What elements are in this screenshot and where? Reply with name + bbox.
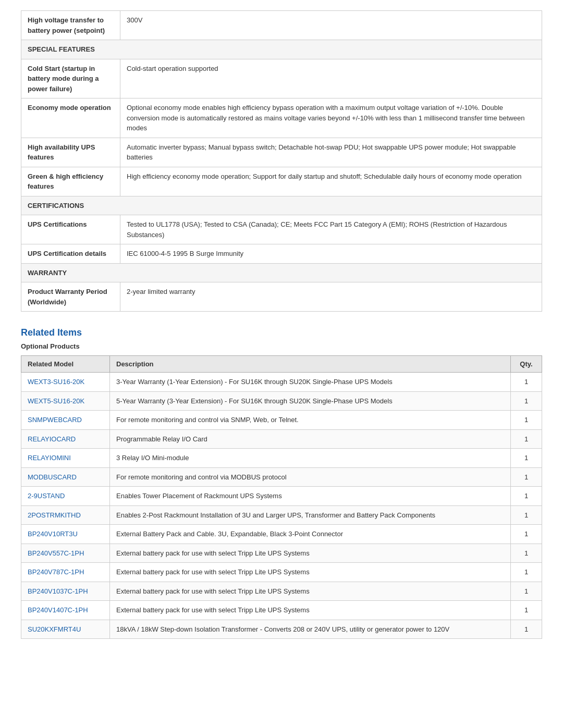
specs-row: UPS Certification detailsIEC 61000-4-5 1… xyxy=(21,244,542,264)
specs-value: Optional economy mode enables high effic… xyxy=(120,98,542,138)
col-header-model: Related Model xyxy=(21,356,110,373)
specs-row: High voltage transfer to battery power (… xyxy=(21,11,542,40)
model-link[interactable]: BP240V10RT3U xyxy=(28,530,78,538)
related-item-row: MODBUSCARDFor remote monitoring and cont… xyxy=(21,467,542,487)
related-items-section: Related Items Optional Products Related … xyxy=(21,327,542,639)
specs-table: High voltage transfer to battery power (… xyxy=(21,10,542,312)
related-description: Enables 2-Post Rackmount Installation of… xyxy=(110,505,511,525)
related-qty: 1 xyxy=(511,544,542,563)
specs-label: High availability UPS features xyxy=(21,138,120,167)
model-link[interactable]: BP240V1407C-1PH xyxy=(28,606,88,614)
model-link[interactable]: SU20KXFMRT4U xyxy=(28,625,81,633)
related-model[interactable]: SNMPWEBCARD xyxy=(21,411,110,430)
model-link[interactable]: 2-9USTAND xyxy=(28,492,65,500)
specs-label: Green & high efficiency features xyxy=(21,167,120,196)
specs-row: Green & high efficiency featuresHigh eff… xyxy=(21,167,542,196)
related-items-table: Related Model Description Qty. WEXT3-SU1… xyxy=(21,355,542,639)
optional-products-label: Optional Products xyxy=(21,342,542,350)
related-description: Enables Tower Placement of Rackmount UPS… xyxy=(110,487,511,506)
related-qty: 1 xyxy=(511,429,542,449)
related-model[interactable]: BP240V10RT3U xyxy=(21,525,110,544)
model-link[interactable]: MODBUSCARD xyxy=(28,473,77,481)
related-item-row: BP240V1407C-1PHExternal battery pack for… xyxy=(21,601,542,620)
related-model[interactable]: WEXT3-SU16-20K xyxy=(21,373,110,392)
specs-value: 300V xyxy=(120,11,542,40)
related-qty: 1 xyxy=(511,467,542,487)
related-description: 18kVA / 18kW Step-down Isolation Transfo… xyxy=(110,620,511,639)
related-description: Programmable Relay I/O Card xyxy=(110,429,511,449)
related-model[interactable]: BP240V557C-1PH xyxy=(21,544,110,563)
related-model[interactable]: SU20KXFMRT4U xyxy=(21,620,110,639)
specs-value: Tested to UL1778 (USA); Tested to CSA (C… xyxy=(120,215,542,244)
specs-row: High availability UPS featuresAutomatic … xyxy=(21,138,542,167)
related-model[interactable]: BP240V1037C-1PH xyxy=(21,582,110,601)
specs-value: 2-year limited warranty xyxy=(120,282,542,312)
model-link[interactable]: WEXT3-SU16-20K xyxy=(28,378,84,386)
model-link[interactable]: BP240V557C-1PH xyxy=(28,549,84,557)
related-item-row: BP240V1037C-1PHExternal battery pack for… xyxy=(21,582,542,601)
related-qty: 1 xyxy=(511,525,542,544)
specs-label: Cold Start (startup in battery mode duri… xyxy=(21,59,120,98)
related-model[interactable]: 2POSTRMKITHD xyxy=(21,505,110,525)
specs-section-header: CERTIFICATIONS xyxy=(21,196,542,215)
related-description: For remote monitoring and control via SN… xyxy=(110,411,511,430)
specs-label: Product Warranty Period (Worldwide) xyxy=(21,282,120,312)
related-qty: 1 xyxy=(511,620,542,639)
related-model[interactable]: BP240V1407C-1PH xyxy=(21,601,110,620)
related-description: External Battery Pack and Cable. 3U, Exp… xyxy=(110,525,511,544)
related-description: 3-Year Warranty (1-Year Extension) - For… xyxy=(110,373,511,392)
related-model[interactable]: MODBUSCARD xyxy=(21,467,110,487)
model-link[interactable]: SNMPWEBCARD xyxy=(28,416,82,424)
specs-row: Product Warranty Period (Worldwide)2-yea… xyxy=(21,282,542,312)
col-header-description: Description xyxy=(110,356,511,373)
related-item-row: WEXT5-SU16-20K5-Year Warranty (3-Year Ex… xyxy=(21,391,542,411)
related-qty: 1 xyxy=(511,582,542,601)
related-item-row: BP240V10RT3UExternal Battery Pack and Ca… xyxy=(21,525,542,544)
model-link[interactable]: BP240V1037C-1PH xyxy=(28,587,88,595)
model-link[interactable]: RELAYIOCARD xyxy=(28,435,76,443)
specs-section-header: SPECIAL FEATURES xyxy=(21,40,542,59)
related-item-row: BP240V557C-1PHExternal battery pack for … xyxy=(21,544,542,563)
related-qty: 1 xyxy=(511,601,542,620)
related-qty: 1 xyxy=(511,391,542,411)
specs-row: Economy mode operationOptional economy m… xyxy=(21,98,542,138)
related-item-row: SU20KXFMRT4U18kVA / 18kW Step-down Isola… xyxy=(21,620,542,639)
related-description: 3 Relay I/O Mini-module xyxy=(110,449,511,468)
specs-row: UPS CertificationsTested to UL1778 (USA)… xyxy=(21,215,542,244)
related-description: 5-Year Warranty (3-Year Extension) - For… xyxy=(110,391,511,411)
specs-section-header: WARRANTY xyxy=(21,263,542,282)
specs-label: UPS Certification details xyxy=(21,244,120,264)
related-item-row: RELAYIOCARDProgrammable Relay I/O Card1 xyxy=(21,429,542,449)
related-qty: 1 xyxy=(511,505,542,525)
related-description: For remote monitoring and control via MO… xyxy=(110,467,511,487)
specs-row: Cold Start (startup in battery mode duri… xyxy=(21,59,542,98)
specs-value: Automatic inverter bypass; Manual bypass… xyxy=(120,138,542,167)
related-description: External battery pack for use with selec… xyxy=(110,563,511,582)
related-model[interactable]: RELAYIOMINI xyxy=(21,449,110,468)
related-item-row: WEXT3-SU16-20K3-Year Warranty (1-Year Ex… xyxy=(21,373,542,392)
col-header-qty: Qty. xyxy=(511,356,542,373)
specs-value: Cold-start operation supported xyxy=(120,59,542,98)
related-description: External battery pack for use with selec… xyxy=(110,601,511,620)
related-model[interactable]: WEXT5-SU16-20K xyxy=(21,391,110,411)
model-link[interactable]: BP240V787C-1PH xyxy=(28,568,84,576)
related-qty: 1 xyxy=(511,373,542,392)
related-item-row: 2POSTRMKITHDEnables 2-Post Rackmount Ins… xyxy=(21,505,542,525)
specs-label: UPS Certifications xyxy=(21,215,120,244)
related-model[interactable]: RELAYIOCARD xyxy=(21,429,110,449)
related-qty: 1 xyxy=(511,487,542,506)
related-qty: 1 xyxy=(511,563,542,582)
related-item-row: 2-9USTANDEnables Tower Placement of Rack… xyxy=(21,487,542,506)
model-link[interactable]: 2POSTRMKITHD xyxy=(28,511,81,519)
related-item-row: BP240V787C-1PHExternal battery pack for … xyxy=(21,563,542,582)
related-description: External battery pack for use with selec… xyxy=(110,544,511,563)
model-link[interactable]: RELAYIOMINI xyxy=(28,454,71,462)
related-item-row: RELAYIOMINI3 Relay I/O Mini-module1 xyxy=(21,449,542,468)
related-qty: 1 xyxy=(511,449,542,468)
related-description: External battery pack for use with selec… xyxy=(110,582,511,601)
model-link[interactable]: WEXT5-SU16-20K xyxy=(28,397,84,405)
specs-label: High voltage transfer to battery power (… xyxy=(21,11,120,40)
related-item-row: SNMPWEBCARDFor remote monitoring and con… xyxy=(21,411,542,430)
related-model[interactable]: 2-9USTAND xyxy=(21,487,110,506)
related-model[interactable]: BP240V787C-1PH xyxy=(21,563,110,582)
